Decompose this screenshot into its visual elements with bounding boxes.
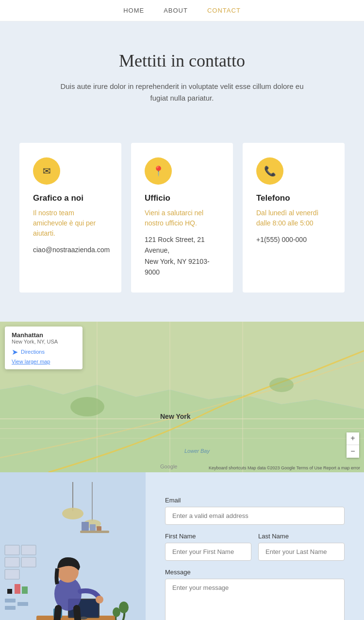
map-popup: Manhattan New York, NY, USA ➤ Directions… (5, 327, 83, 369)
directions-label[interactable]: Directions (21, 349, 45, 355)
email-label: Email (165, 497, 345, 504)
svg-rect-20 (90, 524, 96, 531)
map-zoom-controls: + − (347, 432, 359, 458)
view-larger-map-link[interactable]: View larger map (12, 359, 76, 364)
svg-rect-19 (82, 522, 89, 531)
city-label: New York (160, 413, 191, 420)
svg-point-43 (113, 607, 120, 617)
email-group: Email (165, 497, 345, 525)
svg-rect-26 (21, 557, 36, 567)
message-textarea[interactable] (165, 579, 345, 620)
last-name-input[interactable] (258, 543, 345, 561)
office-card: 📍 Ufficio Vieni a salutarci nel nostro u… (131, 143, 233, 293)
last-name-group: Last Name (258, 533, 345, 561)
directions-arrow-icon: ➤ (12, 347, 18, 357)
first-name-input[interactable] (165, 543, 251, 561)
cards-row: ✉ Grafico a noi Il nostro team amichevol… (19, 143, 345, 293)
svg-rect-45 (5, 606, 16, 610)
email-card-subtitle: Il nostro team amichevole è qui per aiut… (33, 208, 108, 239)
svg-rect-47 (15, 584, 20, 594)
map-directions[interactable]: ➤ Directions (12, 347, 76, 357)
zoom-in-button[interactable]: + (347, 432, 359, 445)
name-row: First Name Last Name (165, 533, 345, 568)
form-section: Email First Name Last Name Message FARE … (0, 472, 364, 620)
svg-text:Google: Google (160, 464, 177, 469)
svg-rect-44 (5, 599, 16, 603)
svg-rect-49 (7, 589, 12, 594)
map-section: New York Lower Bay Google Manhattan New … (0, 322, 364, 472)
email-icon: ✉ (33, 157, 60, 185)
zoom-out-button[interactable]: − (347, 445, 359, 458)
nav-about[interactable]: ABOUT (164, 7, 188, 14)
email-input[interactable] (165, 507, 345, 525)
svg-point-9 (70, 397, 104, 416)
nav-contact[interactable]: CONTACT (207, 7, 241, 14)
svg-point-15 (62, 508, 83, 519)
phone-icon: 📞 (256, 157, 283, 185)
map-place-location: New York, NY, USA (12, 339, 76, 344)
office-card-title: Ufficio (145, 193, 219, 203)
location-icon: 📍 (145, 157, 172, 185)
message-label: Message (165, 568, 345, 576)
navbar: HOME ABOUT CONTACT (0, 0, 364, 21)
phone-card-title: Telefono (256, 193, 331, 203)
first-name-group: First Name (165, 533, 251, 561)
first-name-label: First Name (165, 533, 251, 540)
svg-rect-18 (80, 531, 109, 533)
hero-title: Mettiti in contatto (10, 51, 354, 71)
svg-rect-22 (5, 545, 19, 555)
form-illustration (0, 472, 146, 620)
email-card: ✉ Grafico a noi Il nostro team amichevol… (19, 143, 121, 293)
svg-rect-21 (97, 526, 101, 531)
svg-rect-24 (5, 569, 19, 579)
hero-section: Mettiti in contatto Duis aute irure dolo… (0, 21, 364, 128)
message-group: Message (165, 568, 345, 620)
cards-section: ✉ Grafico a noi Il nostro team amichevol… (0, 128, 364, 322)
phone-card-detail: +1(555) 000-000 (256, 234, 331, 245)
office-card-detail: 121 Rock Street, 21 Avenue,New York, NY … (145, 234, 219, 278)
svg-text:Lower Bay: Lower Bay (184, 448, 210, 454)
illustration-svg (0, 472, 146, 620)
svg-point-37 (96, 596, 103, 603)
map-copyright: Keyboard shortcuts Map data ©2023 Google… (209, 465, 360, 470)
email-card-title: Grafico a noi (33, 193, 108, 203)
last-name-label: Last Name (258, 533, 345, 540)
svg-rect-23 (5, 557, 19, 567)
svg-rect-25 (21, 545, 36, 555)
svg-rect-48 (22, 586, 28, 594)
phone-card: 📞 Telefono Dal lunedì al venerdì dalle 8… (243, 143, 345, 293)
hero-subtitle: Duis aute irure dolor in reprehenderit i… (56, 81, 308, 104)
nav-home[interactable]: HOME (123, 7, 144, 14)
phone-card-subtitle: Dal lunedì al venerdì dalle 8:00 alle 5:… (256, 208, 331, 228)
office-card-subtitle: Vieni a salutarci nel nostro ufficio HQ. (145, 208, 219, 228)
map-place-name: Manhattan (12, 331, 76, 339)
form-container: Email First Name Last Name Message FARE … (146, 472, 364, 620)
svg-rect-46 (17, 602, 28, 606)
svg-point-10 (269, 378, 294, 392)
svg-point-42 (119, 602, 129, 613)
email-card-detail: ciao@nostraazienda.com (33, 244, 108, 255)
